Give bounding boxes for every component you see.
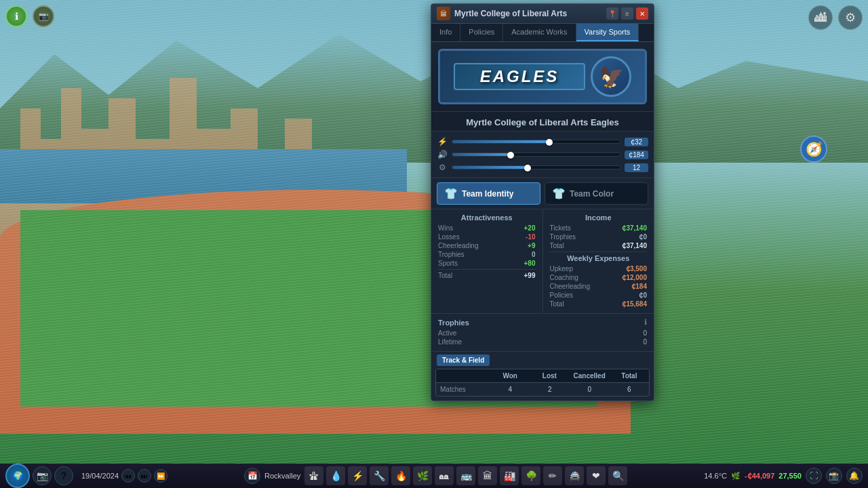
stat-trophies-income-value: ₵0 <box>639 233 647 241</box>
bottom-bar-left: 🌍 📷 ? 19/04/2024 ⏮ ⏭ ⏩ <box>5 464 167 488</box>
sport-tag-container: Track & Field <box>431 352 654 369</box>
panel-actions: 📍 ≡ ✕ <box>606 7 648 20</box>
info-circle-button[interactable]: ℹ <box>5 5 27 27</box>
tab-policies[interactable]: Policies <box>460 24 503 41</box>
bottom-bar: 🌍 📷 ? 19/04/2024 ⏮ ⏭ ⏩ 📅 Rockvalley 🛣 💧 … <box>0 464 868 488</box>
notification-btn[interactable]: 🔔 <box>846 468 863 484</box>
slider-track-1[interactable] <box>452 140 620 144</box>
tool-services[interactable]: 🏛 <box>478 466 497 485</box>
slider-fill-2 <box>452 153 511 156</box>
tool-parks[interactable]: 🌳 <box>521 466 540 485</box>
tab-varsity-sports[interactable]: Varsity Sports <box>576 24 639 41</box>
population-display: 27,550 <box>778 472 802 480</box>
trophy-lifetime-value: 0 <box>643 338 647 346</box>
tool-industry[interactable]: 🏭 <box>500 466 519 485</box>
sport-tag: Track & Field <box>437 354 490 366</box>
tab-team-color[interactable]: 👕 Team Color <box>545 182 648 205</box>
identity-icon: 👕 <box>444 187 458 200</box>
calendar-icon: 📅 <box>244 468 260 484</box>
stat-tickets-value: ₵37,140 <box>622 224 647 232</box>
panel-tabs: Info Policies Academic Works Varsity Spo… <box>431 24 654 42</box>
match-won-value: 4 <box>490 383 530 396</box>
tool-fire[interactable]: 🔥 <box>391 466 410 485</box>
globe-button[interactable]: 🌍 <box>5 464 30 488</box>
tool-zone[interactable]: 🏘 <box>435 466 454 485</box>
slider-icon-2: 🔊 <box>437 149 448 160</box>
col-header-matches <box>436 369 490 382</box>
tab-info[interactable]: Info <box>431 24 460 41</box>
col-header-lost: Lost <box>530 369 569 382</box>
team-banner: EAGLES 🦅 <box>431 42 654 112</box>
tab-team-identity[interactable]: 👕 Team Identity <box>437 182 540 205</box>
match-lost-value: 2 <box>530 383 570 396</box>
city-info-button[interactable]: 🏙 <box>808 5 833 30</box>
eagles-text-block: EAGLES <box>454 63 585 90</box>
tool-road[interactable]: 🛣 <box>304 466 323 485</box>
slider-icon-1: ⚡ <box>437 136 448 147</box>
identity-color-tabs: 👕 Team Identity 👕 Team Color <box>431 178 654 209</box>
income-title: Income <box>550 214 648 222</box>
slider-thumb-1[interactable] <box>546 139 553 146</box>
slider-track-2[interactable] <box>452 152 620 157</box>
close-button[interactable]: ✕ <box>636 7 648 20</box>
compass-button[interactable]: 🧭 <box>800 136 827 163</box>
team-name-text: Myrtle College of Liberal Arts Eagles <box>466 117 619 127</box>
stat-wins-label: Wins <box>438 224 453 232</box>
tool-health[interactable]: ❤ <box>587 466 606 485</box>
quest-button[interactable]: ? <box>54 466 73 485</box>
trophy-lifetime-row: Lifetime 0 <box>438 338 647 346</box>
panel-titlebar: 🏛 Myrtle College of Liberal Arts 📍 ≡ ✕ <box>431 4 654 24</box>
camera-button[interactable]: 📷 <box>33 5 54 27</box>
trophy-active-row: Active 0 <box>438 329 647 337</box>
trophy-lifetime-label: Lifetime <box>438 338 462 346</box>
stat-cheerleading-value: +9 <box>528 242 535 249</box>
money-display: -₵44,097 <box>745 472 774 481</box>
color-label: Team Color <box>570 189 614 199</box>
play-btn[interactable]: ⏮ <box>121 469 135 483</box>
tool-police[interactable]: 🚔 <box>565 466 584 485</box>
stat-cheerleading-exp: Cheerleading ₵184 <box>550 283 648 290</box>
match-table-row-1: Matches 4 2 0 6 <box>436 383 649 396</box>
tool-transport[interactable]: 🚌 <box>456 466 475 485</box>
tool-pipe[interactable]: 🔧 <box>370 466 389 485</box>
stat-sports: Sports +80 <box>438 260 536 267</box>
tab-academic-works[interactable]: Academic Works <box>503 24 576 41</box>
expenses-title: Weekly Expenses <box>550 254 648 262</box>
slider-fill-3 <box>452 166 528 169</box>
tool-nature[interactable]: 🌿 <box>413 466 432 485</box>
info-button[interactable]: ≡ <box>621 7 633 20</box>
stat-wins-value: +20 <box>524 224 536 232</box>
location-button[interactable]: 📍 <box>606 7 618 20</box>
stat-trophies-attr-label: Trophies <box>438 251 465 258</box>
screenshot-btn[interactable]: 📸 <box>826 468 842 484</box>
slider-thumb-3[interactable] <box>524 165 531 171</box>
camera2-button[interactable]: 📷 <box>33 466 52 485</box>
stat-cheerleading-exp-value: ₵184 <box>631 283 647 290</box>
col-header-won: Won <box>490 369 530 382</box>
stat-trophies-income: Trophies ₵0 <box>550 233 648 241</box>
trophies-section: Trophies ℹ Active 0 Lifetime 0 <box>431 314 654 352</box>
play2-btn[interactable]: ⏭ <box>138 469 151 483</box>
fast-fwd-btn[interactable]: ⏩ <box>154 469 167 483</box>
slider-thumb-2[interactable] <box>507 152 514 159</box>
stat-exp-total-label: Total <box>550 300 564 308</box>
stat-income-total-label: Total <box>550 242 564 249</box>
panel-title: Myrtle College of Liberal Arts <box>454 9 567 18</box>
settings-button[interactable]: ⚙ <box>838 5 863 30</box>
ecology-icon: 🌿 <box>731 472 741 481</box>
stat-tickets-label: Tickets <box>550 224 571 232</box>
fullscreen-btn[interactable]: ⛶ <box>806 468 822 484</box>
income-divider <box>550 251 648 252</box>
slider-fill-1 <box>452 140 549 143</box>
stat-losses-value: -10 <box>526 233 535 241</box>
trophies-info-btn[interactable]: ℹ <box>644 318 647 327</box>
slider-value-1: ₵32 <box>625 138 648 146</box>
tool-search[interactable]: 🔍 <box>608 466 627 485</box>
attractiveness-panel: Attractiveness Wins +20 Losses -10 Cheer… <box>431 209 542 313</box>
slider-track-3[interactable] <box>452 165 620 169</box>
tool-water[interactable]: 💧 <box>326 466 345 485</box>
tool-decal[interactable]: ✏ <box>543 466 562 485</box>
sliders-section: ⚡ ₵32 🔊 ₵184 ⚙ 12 <box>431 131 654 178</box>
tool-power[interactable]: ⚡ <box>348 466 367 485</box>
slider-row-2: 🔊 ₵184 <box>437 149 648 160</box>
